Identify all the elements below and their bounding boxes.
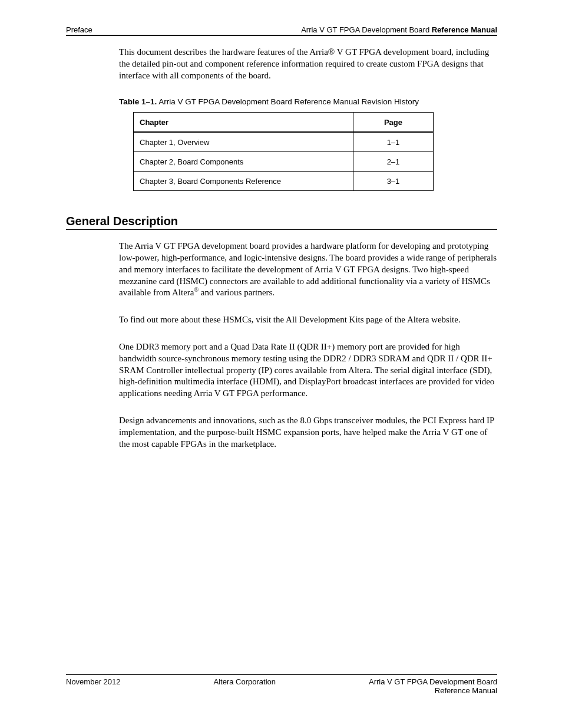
- table-header-row: Chapter Page: [134, 113, 434, 133]
- footer-rule: [66, 674, 497, 675]
- section-rule: [66, 229, 497, 230]
- cell-chapter: Chapter 3, Board Components Reference: [134, 172, 353, 191]
- cell-page: 2–1: [353, 152, 434, 172]
- page-footer: November 2012 Altera Corporation Arria V…: [66, 674, 497, 695]
- footer-center: Altera Corporation: [214, 677, 276, 695]
- header-right: Arria V GT FPGA Development Board Refere…: [301, 25, 497, 34]
- section-paragraph-3: Design advancements and innovations, suc…: [119, 415, 497, 450]
- link-note: To find out more about these HSMCs, visi…: [119, 314, 497, 326]
- intro-paragraph: This document describes the hardware fea…: [119, 47, 497, 81]
- header-left: Preface: [66, 25, 92, 34]
- table-row: Chapter 3, Board Components Reference 3–…: [134, 172, 434, 191]
- section-paragraph-1: The Arria V GT FPGA development board pr…: [119, 241, 497, 299]
- cell-page: 1–1: [353, 132, 434, 152]
- section-heading: General Description: [66, 215, 497, 228]
- col-page-header: Page: [353, 113, 434, 133]
- cell-chapter: Chapter 2, Board Components: [134, 152, 353, 172]
- table-caption: Table 1–1. Arria V GT FPGA Development B…: [119, 97, 497, 107]
- footer-left: November 2012: [66, 677, 121, 695]
- cell-page: 3–1: [353, 172, 434, 191]
- cell-chapter: Chapter 1, Overview: [134, 132, 353, 152]
- table-row: Chapter 2, Board Components 2–1: [134, 152, 434, 172]
- revision-history-table: Chapter Page Chapter 1, Overview 1–1 Cha…: [133, 112, 434, 191]
- table-row: Chapter 1, Overview 1–1: [134, 132, 434, 152]
- col-chapter-header: Chapter: [134, 113, 353, 133]
- running-header: Preface Arria V GT FPGA Development Boar…: [66, 25, 497, 34]
- footer-right: Arria V GT FPGA Development Board Refere…: [369, 677, 497, 695]
- header-rule: [66, 35, 497, 36]
- section-paragraph-2: One DDR3 memory port and a Quad Data Rat…: [119, 341, 497, 400]
